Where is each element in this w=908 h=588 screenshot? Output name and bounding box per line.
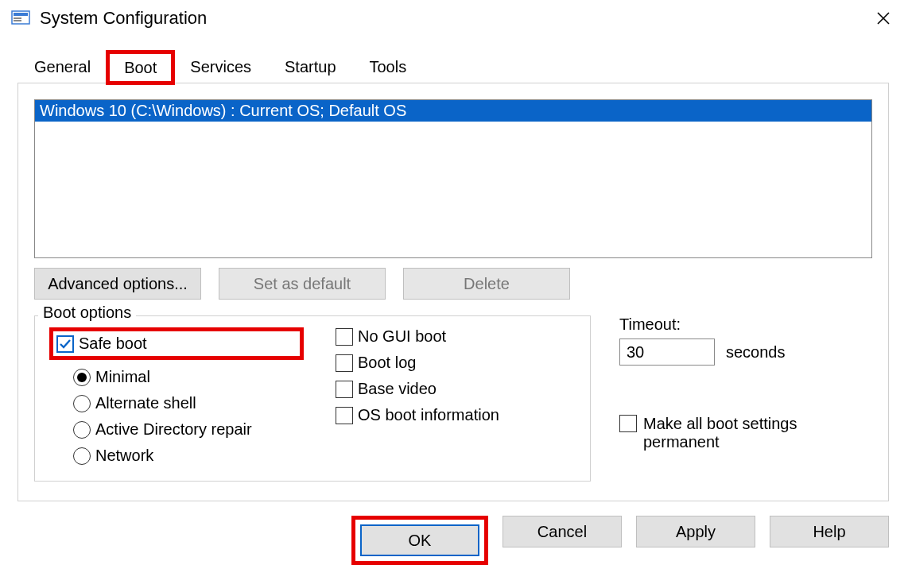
os-boot-info-label: OS boot information xyxy=(358,406,499,424)
boot-entry-selected[interactable]: Windows 10 (C:\Windows) : Current OS; De… xyxy=(35,100,871,122)
radio-network-label: Network xyxy=(95,447,153,465)
radio-icon xyxy=(73,421,91,439)
tab-tools[interactable]: Tools xyxy=(353,51,424,83)
boot-tab-content: Windows 10 (C:\Windows) : Current OS; De… xyxy=(17,83,889,501)
timeout-column: Timeout: seconds Make all boot settings … xyxy=(619,315,872,482)
system-configuration-window: System Configuration General Boot Servic… xyxy=(0,0,908,588)
radio-network[interactable]: Network xyxy=(73,447,304,465)
tab-services[interactable]: Services xyxy=(173,51,268,83)
radio-alternate-shell[interactable]: Alternate shell xyxy=(73,394,304,412)
boot-entries-listbox[interactable]: Windows 10 (C:\Windows) : Current OS; De… xyxy=(34,99,872,258)
tab-boot[interactable]: Boot xyxy=(107,52,173,83)
window-title: System Configuration xyxy=(40,8,865,29)
radio-minimal-label: Minimal xyxy=(95,368,150,386)
boot-log-checkbox[interactable]: Boot log xyxy=(336,354,576,372)
timeout-label: Timeout: xyxy=(619,315,872,334)
tab-startup[interactable]: Startup xyxy=(268,51,352,83)
make-permanent-label: Make all boot settings permanent xyxy=(643,415,797,451)
safe-boot-checkbox[interactable]: Safe boot xyxy=(56,335,147,353)
titlebar: System Configuration xyxy=(0,0,908,37)
lower-grid: Boot options Safe boot xyxy=(34,315,872,482)
no-gui-boot-label: No GUI boot xyxy=(358,327,446,346)
apply-button[interactable]: Apply xyxy=(636,516,755,547)
radio-icon xyxy=(73,395,91,412)
base-video-label: Base video xyxy=(358,380,437,398)
checkbox-icon xyxy=(619,415,637,432)
checkbox-icon xyxy=(56,335,74,353)
radio-minimal[interactable]: Minimal xyxy=(73,368,304,386)
set-as-default-button: Set as default xyxy=(219,268,386,300)
checkbox-icon xyxy=(336,381,353,398)
tab-row: General Boot Services Startup Tools xyxy=(17,51,889,83)
make-permanent-checkbox[interactable]: Make all boot settings permanent xyxy=(619,415,872,451)
help-button[interactable]: Help xyxy=(770,516,889,547)
boot-options-group: Boot options Safe boot xyxy=(34,315,591,482)
ok-button[interactable]: OK xyxy=(360,524,479,556)
safe-boot-highlight: Safe boot xyxy=(49,327,304,360)
delete-button: Delete xyxy=(403,268,570,300)
radio-icon xyxy=(73,369,91,386)
timeout-input[interactable] xyxy=(619,338,715,366)
radio-adrepair-label: Active Directory repair xyxy=(95,420,252,439)
app-icon xyxy=(11,9,30,28)
radio-icon xyxy=(73,447,91,465)
svg-rect-3 xyxy=(14,20,21,21)
boot-log-label: Boot log xyxy=(358,354,416,372)
cancel-button[interactable]: Cancel xyxy=(503,516,622,547)
safe-boot-label: Safe boot xyxy=(79,335,147,353)
boot-options-legend: Boot options xyxy=(38,304,136,322)
os-boot-information-checkbox[interactable]: OS boot information xyxy=(336,406,576,424)
boot-entry-buttons: Advanced options... Set as default Delet… xyxy=(34,268,872,300)
ok-highlight: OK xyxy=(351,516,488,565)
radio-active-directory-repair[interactable]: Active Directory repair xyxy=(73,420,304,439)
no-gui-boot-checkbox[interactable]: No GUI boot xyxy=(336,327,576,346)
base-video-checkbox[interactable]: Base video xyxy=(336,380,576,398)
checkbox-icon xyxy=(336,407,353,424)
dialog-button-row: OK Cancel Apply Help xyxy=(0,501,908,565)
checkbox-icon xyxy=(336,354,353,372)
svg-rect-2 xyxy=(14,17,21,19)
advanced-options-button[interactable]: Advanced options... xyxy=(34,268,201,300)
timeout-unit: seconds xyxy=(726,343,786,362)
svg-rect-1 xyxy=(14,13,28,16)
tab-general[interactable]: General xyxy=(17,51,107,83)
radio-altshell-label: Alternate shell xyxy=(95,394,196,412)
checkbox-icon xyxy=(336,328,353,346)
close-button[interactable] xyxy=(865,0,902,37)
